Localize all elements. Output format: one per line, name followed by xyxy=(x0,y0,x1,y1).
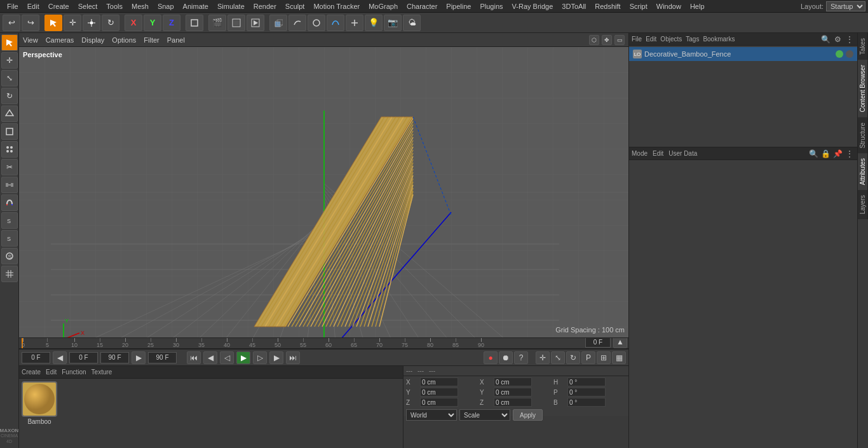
render-film-button[interactable]: 🎬 xyxy=(208,15,226,31)
scale-tool-button[interactable]: ⤡ xyxy=(1,70,18,86)
rotate-mode-button[interactable]: ↻ xyxy=(102,15,119,31)
move-tool-button[interactable]: ✛ xyxy=(1,52,18,69)
coord-y-pos-input[interactable] xyxy=(420,388,458,397)
edge-tool-button[interactable] xyxy=(1,123,18,140)
redo-button[interactable]: ↪ xyxy=(22,15,39,31)
knife-tool-button[interactable]: ✂ xyxy=(1,159,18,175)
obj-search-btn[interactable]: 🔍 xyxy=(820,34,831,44)
point-tool-button[interactable] xyxy=(1,141,18,158)
vtab-content-browser[interactable]: Content Browser xyxy=(858,60,868,117)
attr-userdata-menu[interactable]: User Data xyxy=(668,150,697,157)
menu-redshift[interactable]: Redshift xyxy=(590,0,625,13)
vp-display-menu[interactable]: Display xyxy=(81,36,104,44)
menu-sculpt[interactable]: Sculpt xyxy=(281,0,309,13)
attr-search-btn[interactable]: 🔍 xyxy=(808,149,818,159)
menu-character[interactable]: Character xyxy=(402,0,442,13)
coord-x-size-input[interactable] xyxy=(494,377,532,386)
menu-help[interactable]: Help xyxy=(686,0,709,13)
menu-simulate[interactable]: Simulate xyxy=(213,0,249,13)
menu-snap[interactable]: Snap xyxy=(153,0,179,13)
menu-plugins[interactable]: Plugins xyxy=(475,0,507,13)
x-axis-button[interactable]: X xyxy=(125,15,142,31)
vp-icon1[interactable]: ⬡ xyxy=(589,35,599,45)
vp-view-menu[interactable]: View xyxy=(23,36,38,44)
object-status-grey[interactable] xyxy=(846,50,853,58)
coord-p-input[interactable] xyxy=(567,388,606,397)
go-start-button[interactable]: ⏮ xyxy=(187,351,201,364)
auto-key-button[interactable]: ⏺ xyxy=(499,351,513,364)
vp-icon3[interactable]: ▭ xyxy=(614,35,625,45)
end-frame-input[interactable] xyxy=(100,352,129,363)
magnet-tool-button[interactable] xyxy=(1,194,18,211)
select-mode-button[interactable] xyxy=(44,15,62,31)
menu-script[interactable]: Script xyxy=(625,0,652,13)
table-row[interactable]: LO Decorative_Bamboo_Fence xyxy=(629,47,857,61)
viewport-main[interactable]: X Y Z Perspective Grid Spacing : 100 cm xyxy=(19,47,628,337)
y-axis-button[interactable]: Y xyxy=(144,15,161,31)
scale-mode-button[interactable] xyxy=(83,15,100,31)
frame-up-button[interactable]: ▲ xyxy=(613,337,627,348)
attr-edit-menu[interactable]: Edit xyxy=(653,150,663,157)
attr-lock-btn[interactable]: 🔒 xyxy=(820,149,831,159)
object-mode-button[interactable] xyxy=(186,15,203,31)
apply-button[interactable]: Apply xyxy=(513,409,543,421)
vtab-takes[interactable]: Takes xyxy=(858,33,868,60)
menu-motion-tracker[interactable]: Motion Tracker xyxy=(309,0,364,13)
mat-texture-menu[interactable]: Texture xyxy=(92,369,112,376)
vtab-attributes[interactable]: Attributes xyxy=(858,153,868,190)
menu-mesh[interactable]: Mesh xyxy=(127,0,153,13)
deformer-button[interactable] xyxy=(327,15,344,31)
motion-mode-button[interactable]: ? xyxy=(514,351,528,364)
vp-icon2[interactable]: ✥ xyxy=(602,35,612,45)
coord-z-pos-input[interactable] xyxy=(420,398,458,407)
sky-button[interactable]: 🌤 xyxy=(403,15,421,31)
play-button[interactable]: ▶ xyxy=(236,351,250,364)
paint-tool-button[interactable]: S xyxy=(1,248,18,264)
vp-filter-menu[interactable]: Filter xyxy=(144,36,159,44)
vtab-layers[interactable]: Layers xyxy=(858,190,868,219)
timeline-ruler[interactable]: 0 5 10 15 20 25 30 35 40 45 50 55 60 65 … xyxy=(19,337,628,349)
obj-more-btn[interactable]: ⋮ xyxy=(844,34,855,44)
go-end-button[interactable]: ⏭ xyxy=(286,351,300,364)
attr-mode-menu[interactable]: Mode xyxy=(632,150,648,157)
bridge-tool-button[interactable] xyxy=(1,177,18,193)
scale-tool2[interactable]: ⤡ xyxy=(551,351,565,364)
menu-tools[interactable]: Tools xyxy=(102,0,127,13)
obj-objects-menu[interactable]: Objects xyxy=(660,36,682,43)
pivot-tool[interactable]: P xyxy=(581,351,595,364)
polygon-tool-button[interactable] xyxy=(1,105,18,122)
coord-b-input[interactable] xyxy=(567,398,606,407)
start-frame-input[interactable] xyxy=(22,352,50,363)
menu-file[interactable]: File xyxy=(3,0,23,13)
obj-file-menu[interactable]: File xyxy=(632,36,642,43)
obj-bookmarks-menu[interactable]: Bookmarks xyxy=(703,36,735,43)
null-button[interactable] xyxy=(346,15,363,31)
spline-button[interactable] xyxy=(288,15,306,31)
menu-pipeline[interactable]: Pipeline xyxy=(442,0,475,13)
vtab-structure[interactable]: Structure xyxy=(858,118,868,154)
menu-mograph[interactable]: MoGraph xyxy=(364,0,402,13)
timeline-view[interactable]: ▦ xyxy=(612,351,626,364)
coord-h-input[interactable] xyxy=(567,377,606,386)
coord-z-size-input[interactable] xyxy=(494,398,532,407)
render-animation-button[interactable] xyxy=(227,15,245,31)
record-button[interactable]: ● xyxy=(484,351,498,364)
prev-frame-button[interactable]: ◀ xyxy=(203,351,217,364)
menu-animate[interactable]: Animate xyxy=(179,0,213,13)
rotate-tool-button[interactable]: ↻ xyxy=(1,88,18,104)
cube-button[interactable] xyxy=(269,15,287,31)
mat-edit-menu[interactable]: Edit xyxy=(46,369,57,376)
current-frame-input[interactable] xyxy=(585,337,611,348)
next-frame-button[interactable]: ▶ xyxy=(269,351,283,364)
layout-select[interactable]: Startup xyxy=(826,1,865,11)
menu-create[interactable]: Create xyxy=(44,0,74,13)
end-frame-input2[interactable] xyxy=(148,352,177,363)
coord-world-select[interactable]: World Object xyxy=(406,409,457,421)
camera-button[interactable]: 📷 xyxy=(384,15,402,31)
keyframe-grid[interactable]: ⊞ xyxy=(597,351,611,364)
vp-cameras-menu[interactable]: Cameras xyxy=(46,36,74,44)
menu-select[interactable]: Select xyxy=(74,0,102,13)
symmetry-tool-button[interactable]: S xyxy=(1,212,18,229)
move-mode-button[interactable]: ✛ xyxy=(64,15,81,31)
light-button[interactable]: 💡 xyxy=(365,15,383,31)
